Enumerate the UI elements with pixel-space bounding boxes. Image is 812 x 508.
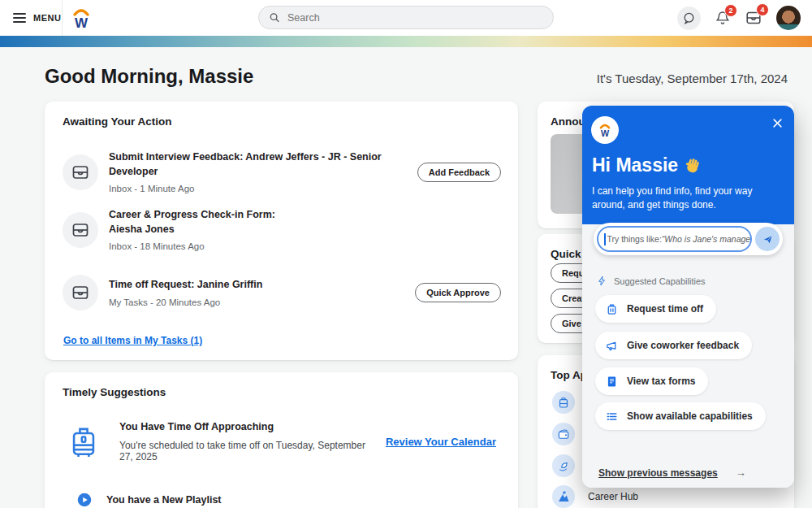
suggestion-item[interactable]: You have a New Playlist — [76, 491, 496, 508]
luggage-icon — [66, 422, 102, 462]
document-icon — [605, 375, 619, 389]
assistant-workday-logo: W — [591, 116, 619, 144]
review-calendar-link[interactable]: Review Your Calendar — [386, 436, 496, 448]
notifications-badge: 2 — [724, 4, 737, 17]
playlist-icon — [76, 491, 93, 508]
time-off-app-icon — [552, 391, 575, 414]
chat-bubble-icon — [682, 11, 696, 25]
career-hub-app-icon — [552, 485, 575, 508]
suggestion-title: You Have Time Off Approaching — [119, 421, 368, 432]
send-button[interactable] — [755, 227, 780, 251]
go-to-my-tasks-link[interactable]: Go to all Items in My Tasks (1) — [63, 335, 202, 346]
assistant-body: Suggested Capabilities Request time off … — [582, 224, 794, 488]
awaiting-your-action-card: Awaiting Your Action Submit Interview Fe… — [45, 102, 518, 360]
waving-hand-emoji — [685, 157, 702, 175]
list-icon — [605, 410, 619, 423]
suggested-capabilities-label: Suggested Capabilities — [597, 275, 706, 287]
date-text: It's Tuesday, September 17th, 2024 — [463, 72, 788, 85]
chat-button[interactable] — [677, 7, 701, 30]
inbox-item-icon — [63, 212, 98, 248]
forward-arrow-icon[interactable]: → — [736, 467, 746, 479]
workday-logo-icon: W — [70, 6, 93, 30]
task-meta: My Tasks - 20 Minutes Ago — [109, 297, 404, 307]
capability-request-time-off[interactable]: Request time off — [595, 295, 716, 323]
quick-approve-button[interactable]: Quick Approve — [415, 283, 501, 302]
text-cursor — [604, 233, 606, 245]
assistant-greeting: Hi Massie — [592, 154, 702, 176]
assistant-header: W Hi Massie I c — [582, 106, 794, 224]
profile-avatar[interactable] — [776, 6, 801, 30]
card-title: Awaiting Your Action — [63, 115, 172, 128]
search-input[interactable] — [287, 12, 543, 24]
task-item[interactable]: Time off Request: Janine Griffin My Task… — [63, 275, 501, 310]
megaphone-icon — [605, 339, 619, 353]
svg-text:W: W — [75, 15, 89, 30]
capability-give-feedback[interactable]: Give coworker feedback — [595, 332, 752, 359]
task-title: Time off Request: Janine Griffin — [109, 278, 404, 293]
add-feedback-button[interactable]: Add Feedback — [417, 163, 501, 182]
top-nav-bar: MENU W — [0, 0, 812, 36]
assistant-input[interactable]: Try things like: “Who is Jane's manager?… — [597, 226, 752, 252]
task-title: Career & Progress Check-in Form: Aiesha … — [109, 208, 501, 237]
pay-app-icon — [552, 423, 575, 445]
app-label: Career Hub — [588, 491, 638, 502]
assistant-description: I can help you find info, find your way … — [592, 185, 777, 213]
svg-text:W: W — [601, 128, 610, 138]
assistant-input-bar: Try things like: “Who is Jane's manager?… — [594, 223, 783, 255]
task-meta: Inbox - 1 Minute Ago — [109, 184, 407, 193]
inbox-item-icon — [63, 275, 98, 310]
task-title: Submit Interview Feedback: Andrew Jeffer… — [109, 150, 407, 179]
app-item[interactable]: Career Hub — [552, 485, 638, 508]
workday-home-page: MENU W — [0, 0, 812, 508]
card-title: Timely Suggestions — [63, 386, 166, 398]
assistant-panel: W Hi Massie I c — [582, 106, 794, 488]
task-item[interactable]: Career & Progress Check-in Form: Aiesha … — [63, 208, 501, 251]
divider — [62, 0, 63, 36]
workday-logo[interactable]: W — [70, 6, 93, 30]
capability-view-tax-forms[interactable]: View tax forms — [595, 367, 708, 395]
lightning-icon — [597, 275, 607, 287]
luggage-icon — [605, 302, 619, 316]
page-title: Good Morning, Massie — [45, 65, 253, 88]
suggestion-title: You have a New Playlist — [106, 494, 222, 506]
benefits-app-icon — [552, 454, 575, 477]
search-bar[interactable] — [258, 6, 554, 29]
brand-gradient-strip — [0, 36, 812, 47]
task-item[interactable]: Submit Interview Feedback: Andrew Jeffer… — [63, 150, 501, 193]
inbox-badge: 4 — [756, 3, 769, 16]
notifications-button[interactable]: 2 — [715, 10, 731, 26]
suggestion-item[interactable]: You Have Time Off Approaching You're sch… — [66, 421, 496, 462]
menu-label: MENU — [33, 13, 61, 23]
task-meta: Inbox - 18 Minutes Ago — [109, 241, 501, 251]
timely-suggestions-card: Timely Suggestions You Have Time Off App… — [45, 372, 518, 508]
close-icon[interactable] — [770, 115, 784, 130]
hamburger-icon — [13, 13, 26, 24]
capability-show-capabilities[interactable]: Show available capabilities — [595, 402, 766, 430]
search-icon — [269, 11, 280, 24]
paper-plane-icon — [762, 233, 774, 245]
show-previous-messages-link[interactable]: Show previous messages — [598, 467, 718, 479]
suggestion-subtitle: You're scheduled to take time off on Tue… — [119, 440, 368, 462]
inbox-button[interactable]: 4 — [745, 9, 762, 27]
inbox-item-icon — [63, 154, 98, 190]
menu-button[interactable]: MENU — [13, 0, 61, 36]
